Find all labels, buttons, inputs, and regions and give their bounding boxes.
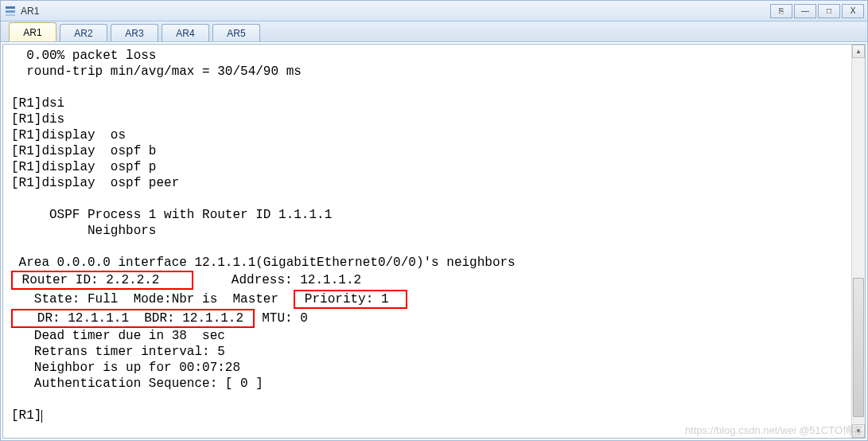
terminal-line: 0.00% packet loss <box>11 49 156 63</box>
terminal-line: Area 0.0.0.0 interface 12.1.1.1(GigabitE… <box>11 256 516 270</box>
simulator-window: AR1 ⎘ — □ X AR1 AR2 AR3 AR4 AR5 0.00% pa… <box>0 0 868 441</box>
terminal-line: Dead timer due in 38 sec <box>11 329 225 343</box>
tab-ar4[interactable]: AR4 <box>162 24 209 41</box>
terminal-line: [R1]dis <box>11 112 64 127</box>
terminal-cursor <box>41 410 42 423</box>
scroll-down-arrow[interactable]: ▼ <box>852 424 865 438</box>
terminal-line: State: Full Mode:Nbr is Master <box>11 292 294 306</box>
terminal-pane: 0.00% packet loss round-trip min/avg/max… <box>2 44 866 439</box>
terminal-line: [R1]dsi <box>11 96 64 111</box>
prompt: [R1] <box>11 408 41 423</box>
maximize-button[interactable]: □ <box>818 4 840 18</box>
app-icon <box>4 5 17 18</box>
tab-ar5[interactable]: AR5 <box>212 24 260 41</box>
scroll-up-arrow[interactable]: ▲ <box>852 45 865 58</box>
window-title: AR1 <box>21 6 39 17</box>
terminal-line: Authentication Sequence: [ 0 ] <box>11 377 263 391</box>
svg-rect-0 <box>6 6 15 9</box>
terminal-line: Address: 12.1.1.2 <box>193 273 361 287</box>
highlight-priority: Priority: 1 <box>294 290 407 309</box>
device-tabbar: AR1 AR2 AR3 AR4 AR5 <box>1 21 867 42</box>
minimize-button[interactable]: — <box>794 4 816 18</box>
svg-rect-1 <box>6 10 15 13</box>
highlight-router-id: Router ID: 2.2.2.2 <box>11 271 193 290</box>
terminal-line: Neighbor is up for 00:07:28 <box>11 361 240 375</box>
terminal-line: round-trip min/avg/max = 30/54/90 ms <box>11 64 302 79</box>
close-button[interactable]: X <box>842 4 864 18</box>
titlebar: AR1 ⎘ — □ X <box>1 1 867 21</box>
tab-ar3[interactable]: AR3 <box>111 24 158 41</box>
highlight-dr-bdr: DR: 12.1.1.1 BDR: 12.1.1.2 <box>11 309 255 328</box>
terminal-line: [R1]display ospf b <box>11 144 156 158</box>
scroll-thumb[interactable] <box>853 278 864 417</box>
terminal-line: MTU: 0 <box>255 311 308 326</box>
window-controls: ⎘ — □ X <box>769 4 864 18</box>
tab-ar2[interactable]: AR2 <box>60 24 107 41</box>
terminal-line: OSPF Process 1 with Router ID 1.1.1.1 <box>11 208 332 222</box>
terminal-line: Retrans timer interval: 5 <box>11 345 225 359</box>
terminal-line: [R1]display os <box>11 128 126 142</box>
tab-ar1[interactable]: AR1 <box>9 22 56 41</box>
scrollbar[interactable]: ▲ ▼ <box>851 45 865 438</box>
terminal-line: [R1]display ospf peer <box>11 176 179 190</box>
pin-button[interactable]: ⎘ <box>770 4 792 18</box>
svg-rect-2 <box>6 14 15 16</box>
terminal[interactable]: 0.00% packet loss round-trip min/avg/max… <box>3 45 865 438</box>
terminal-line: [R1]display ospf p <box>11 160 156 174</box>
terminal-line: Neighbors <box>11 224 156 238</box>
scroll-track[interactable] <box>852 58 865 424</box>
